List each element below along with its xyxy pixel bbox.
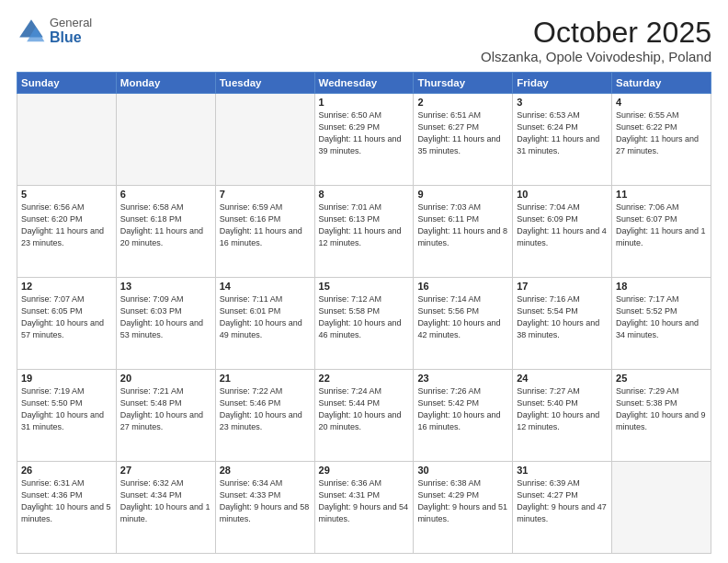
day-info: Sunrise: 6:59 AM Sunset: 6:16 PM Dayligh… [220, 201, 311, 249]
day-number: 15 [319, 281, 410, 292]
day-number: 25 [616, 373, 707, 384]
day-number: 26 [21, 465, 112, 476]
table-row: 15Sunrise: 7:12 AM Sunset: 5:58 PM Dayli… [314, 278, 414, 370]
table-row: 28Sunrise: 6:34 AM Sunset: 4:33 PM Dayli… [215, 462, 314, 554]
day-info: Sunrise: 7:17 AM Sunset: 5:52 PM Dayligh… [616, 293, 707, 341]
day-info: Sunrise: 7:01 AM Sunset: 6:13 PM Dayligh… [319, 201, 410, 249]
table-row: 14Sunrise: 7:11 AM Sunset: 6:01 PM Dayli… [215, 278, 314, 370]
day-number: 17 [517, 281, 608, 292]
day-info: Sunrise: 7:22 AM Sunset: 5:46 PM Dayligh… [220, 385, 311, 433]
day-number: 10 [517, 189, 608, 200]
day-number: 4 [616, 97, 707, 108]
table-row: 25Sunrise: 7:29 AM Sunset: 5:38 PM Dayli… [612, 370, 711, 462]
day-number: 29 [319, 465, 410, 476]
day-number: 27 [120, 465, 211, 476]
calendar-week-row: 1Sunrise: 6:50 AM Sunset: 6:29 PM Daylig… [17, 94, 711, 186]
table-row: 11Sunrise: 7:06 AM Sunset: 6:07 PM Dayli… [612, 186, 711, 278]
table-row: 17Sunrise: 7:16 AM Sunset: 5:54 PM Dayli… [513, 278, 612, 370]
col-friday: Friday [513, 73, 612, 94]
day-info: Sunrise: 6:31 AM Sunset: 4:36 PM Dayligh… [21, 477, 112, 525]
day-number: 11 [616, 189, 707, 200]
col-thursday: Thursday [414, 73, 513, 94]
calendar-week-row: 12Sunrise: 7:07 AM Sunset: 6:05 PM Dayli… [17, 278, 711, 370]
day-info: Sunrise: 7:03 AM Sunset: 6:11 PM Dayligh… [417, 201, 508, 249]
day-info: Sunrise: 7:29 AM Sunset: 5:38 PM Dayligh… [616, 385, 707, 433]
table-row: 5Sunrise: 6:56 AM Sunset: 6:20 PM Daylig… [17, 186, 117, 278]
table-row: 10Sunrise: 7:04 AM Sunset: 6:09 PM Dayli… [513, 186, 612, 278]
day-info: Sunrise: 6:51 AM Sunset: 6:27 PM Dayligh… [417, 109, 508, 157]
table-row: 6Sunrise: 6:58 AM Sunset: 6:18 PM Daylig… [116, 186, 215, 278]
table-row: 27Sunrise: 6:32 AM Sunset: 4:34 PM Dayli… [116, 462, 215, 554]
table-row [215, 94, 314, 186]
day-info: Sunrise: 7:14 AM Sunset: 5:56 PM Dayligh… [417, 293, 508, 341]
title-block: October 2025 Olszanka, Opole Voivodeship… [481, 17, 711, 64]
col-saturday: Saturday [612, 73, 711, 94]
day-info: Sunrise: 7:27 AM Sunset: 5:40 PM Dayligh… [517, 385, 608, 433]
day-number: 3 [517, 97, 608, 108]
day-info: Sunrise: 6:32 AM Sunset: 4:34 PM Dayligh… [120, 477, 211, 525]
day-info: Sunrise: 6:36 AM Sunset: 4:31 PM Dayligh… [319, 477, 410, 525]
table-row: 24Sunrise: 7:27 AM Sunset: 5:40 PM Dayli… [513, 370, 612, 462]
table-row: 29Sunrise: 6:36 AM Sunset: 4:31 PM Dayli… [314, 462, 414, 554]
table-row [17, 94, 117, 186]
table-row: 13Sunrise: 7:09 AM Sunset: 6:03 PM Dayli… [116, 278, 215, 370]
table-row: 8Sunrise: 7:01 AM Sunset: 6:13 PM Daylig… [314, 186, 414, 278]
day-number: 14 [220, 281, 311, 292]
day-number: 5 [21, 189, 112, 200]
day-info: Sunrise: 6:38 AM Sunset: 4:29 PM Dayligh… [417, 477, 508, 525]
day-number: 24 [517, 373, 608, 384]
table-row: 31Sunrise: 6:39 AM Sunset: 4:27 PM Dayli… [513, 462, 612, 554]
table-row: 1Sunrise: 6:50 AM Sunset: 6:29 PM Daylig… [314, 94, 414, 186]
logo-text: General Blue [50, 17, 92, 46]
table-row: 30Sunrise: 6:38 AM Sunset: 4:29 PM Dayli… [414, 462, 513, 554]
day-info: Sunrise: 7:21 AM Sunset: 5:48 PM Dayligh… [120, 385, 211, 433]
col-sunday: Sunday [17, 73, 117, 94]
table-row: 23Sunrise: 7:26 AM Sunset: 5:42 PM Dayli… [414, 370, 513, 462]
calendar-week-row: 5Sunrise: 6:56 AM Sunset: 6:20 PM Daylig… [17, 186, 711, 278]
logo-icon [17, 17, 46, 46]
day-info: Sunrise: 6:56 AM Sunset: 6:20 PM Dayligh… [21, 201, 112, 249]
day-info: Sunrise: 7:09 AM Sunset: 6:03 PM Dayligh… [120, 293, 211, 341]
table-row [612, 462, 711, 554]
calendar-week-row: 19Sunrise: 7:19 AM Sunset: 5:50 PM Dayli… [17, 370, 711, 462]
page: General Blue October 2025 Olszanka, Opol… [0, 0, 728, 563]
table-row: 21Sunrise: 7:22 AM Sunset: 5:46 PM Dayli… [215, 370, 314, 462]
table-row: 9Sunrise: 7:03 AM Sunset: 6:11 PM Daylig… [414, 186, 513, 278]
calendar-table: Sunday Monday Tuesday Wednesday Thursday… [17, 72, 711, 554]
day-number: 13 [120, 281, 211, 292]
day-info: Sunrise: 7:26 AM Sunset: 5:42 PM Dayligh… [417, 385, 508, 433]
table-row: 16Sunrise: 7:14 AM Sunset: 5:56 PM Dayli… [414, 278, 513, 370]
table-row [116, 94, 215, 186]
table-row: 19Sunrise: 7:19 AM Sunset: 5:50 PM Dayli… [17, 370, 117, 462]
day-number: 20 [120, 373, 211, 384]
calendar-header-row: Sunday Monday Tuesday Wednesday Thursday… [17, 73, 711, 94]
day-info: Sunrise: 7:12 AM Sunset: 5:58 PM Dayligh… [319, 293, 410, 341]
day-info: Sunrise: 7:04 AM Sunset: 6:09 PM Dayligh… [517, 201, 608, 249]
day-info: Sunrise: 6:39 AM Sunset: 4:27 PM Dayligh… [517, 477, 608, 525]
table-row: 18Sunrise: 7:17 AM Sunset: 5:52 PM Dayli… [612, 278, 711, 370]
day-number: 21 [220, 373, 311, 384]
col-wednesday: Wednesday [314, 73, 414, 94]
day-number: 30 [417, 465, 508, 476]
day-number: 22 [319, 373, 410, 384]
table-row: 12Sunrise: 7:07 AM Sunset: 6:05 PM Dayli… [17, 278, 117, 370]
day-number: 23 [417, 373, 508, 384]
day-info: Sunrise: 7:19 AM Sunset: 5:50 PM Dayligh… [21, 385, 112, 433]
day-number: 8 [319, 189, 410, 200]
table-row: 22Sunrise: 7:24 AM Sunset: 5:44 PM Dayli… [314, 370, 414, 462]
day-number: 16 [417, 281, 508, 292]
day-info: Sunrise: 7:24 AM Sunset: 5:44 PM Dayligh… [319, 385, 410, 433]
day-info: Sunrise: 7:06 AM Sunset: 6:07 PM Dayligh… [616, 201, 707, 249]
day-number: 9 [417, 189, 508, 200]
col-monday: Monday [116, 73, 215, 94]
day-number: 7 [220, 189, 311, 200]
title-month: October 2025 [481, 17, 711, 49]
header: General Blue October 2025 Olszanka, Opol… [17, 17, 711, 64]
logo-blue-label: Blue [50, 29, 92, 46]
day-info: Sunrise: 6:53 AM Sunset: 6:24 PM Dayligh… [517, 109, 608, 157]
day-number: 19 [21, 373, 112, 384]
logo-general-label: General [50, 17, 92, 29]
day-info: Sunrise: 7:16 AM Sunset: 5:54 PM Dayligh… [517, 293, 608, 341]
day-info: Sunrise: 6:58 AM Sunset: 6:18 PM Dayligh… [120, 201, 211, 249]
table-row: 4Sunrise: 6:55 AM Sunset: 6:22 PM Daylig… [612, 94, 711, 186]
